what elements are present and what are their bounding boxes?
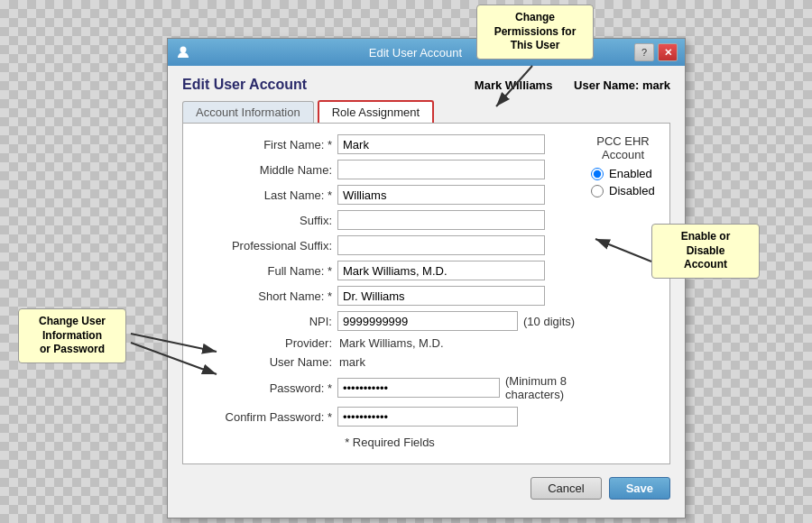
radio-disabled[interactable]: Disabled [591, 184, 655, 197]
label-middle-name: Middle Name: [198, 163, 337, 177]
form-fields: First Name: * Middle Name: Last Name: * … [198, 134, 582, 427]
dialog-title: Edit User Account [182, 77, 307, 93]
dialog-user-name: Mark Williams [475, 78, 553, 92]
input-short-name[interactable] [337, 286, 545, 306]
callout-enable-disable: Enable orDisableAccount [651, 224, 760, 279]
radio-enabled[interactable]: Enabled [591, 167, 655, 180]
form-area: First Name: * Middle Name: Last Name: * … [182, 123, 670, 464]
input-confirm-password[interactable] [337, 407, 518, 427]
dialog-header: Edit User Account Mark Williams User Nam… [182, 77, 670, 93]
value-provider: Mark Williams, M.D. [337, 336, 582, 350]
label-password: Password: * [198, 381, 337, 395]
label-short-name: Short Name: * [198, 289, 337, 303]
radio-input-disabled[interactable] [591, 185, 604, 197]
label-confirm-password: Confirm Password: * [198, 410, 337, 424]
dialog-user-info: Mark Williams User Name: mark [475, 78, 670, 92]
callout-change-permissions: Change Permissions for This User [476, 5, 594, 60]
tab-account-information[interactable]: Account Information [182, 101, 314, 123]
user-icon [175, 44, 191, 60]
label-professional-suffix: Professional Suffix: [198, 239, 337, 252]
page-wrapper: Change Permissions for This User Enable … [0, 0, 812, 523]
radio-label-disabled: Disabled [609, 184, 655, 197]
value-username: mark [337, 355, 582, 369]
label-last-name: Last Name: * [198, 188, 337, 202]
password-hint: (Minimum 8 characters) [505, 374, 582, 401]
dialog-footer: Cancel Save [182, 473, 670, 503]
form-left: First Name: * Middle Name: Last Name: * … [198, 134, 582, 449]
ehr-title: PCC EHR Account [591, 134, 655, 161]
tab-role-assignment[interactable]: Role Assignment [318, 100, 435, 123]
input-middle-name[interactable] [337, 160, 545, 179]
title-bar-controls: ? ✕ [634, 43, 678, 61]
input-first-name[interactable] [337, 134, 545, 154]
dialog-content: Edit User Account Mark Williams User Nam… [168, 66, 685, 518]
input-full-name[interactable] [337, 261, 545, 280]
label-npi: NPI: [198, 315, 337, 328]
dialog-window: Edit User Account ? ✕ Edit User Account … [167, 38, 686, 518]
tabs-row: Account Information Role Assignment [182, 100, 670, 123]
input-suffix[interactable] [337, 210, 545, 230]
callout-change-user: Change UserInformationor Password [18, 308, 126, 363]
dialog-username-label: User Name: mark [574, 78, 670, 92]
form-right: PCC EHR Account Enabled Disabled [582, 134, 655, 449]
label-provider: Provider: [198, 336, 337, 350]
label-suffix: Suffix: [198, 214, 337, 227]
label-full-name: Full Name: * [198, 264, 337, 278]
input-last-name[interactable] [337, 185, 545, 205]
input-password[interactable] [337, 378, 500, 398]
radio-input-enabled[interactable] [591, 168, 604, 180]
label-username: User Name: [198, 355, 337, 369]
svg-point-5 [180, 47, 187, 53]
title-bar: Edit User Account ? ✕ [168, 39, 685, 66]
required-note: * Required Fields [198, 436, 582, 449]
npi-hint: (10 digits) [523, 315, 575, 328]
help-button[interactable]: ? [634, 43, 654, 61]
input-npi[interactable] [337, 311, 518, 331]
form-main: First Name: * Middle Name: Last Name: * … [198, 134, 655, 449]
radio-group-ehr: Enabled Disabled [591, 167, 655, 197]
close-button[interactable]: ✕ [658, 43, 678, 61]
save-button[interactable]: Save [609, 477, 670, 500]
label-first-name: First Name: * [198, 138, 337, 151]
radio-label-enabled: Enabled [609, 167, 652, 180]
input-professional-suffix[interactable] [337, 235, 545, 255]
cancel-button[interactable]: Cancel [531, 477, 601, 500]
